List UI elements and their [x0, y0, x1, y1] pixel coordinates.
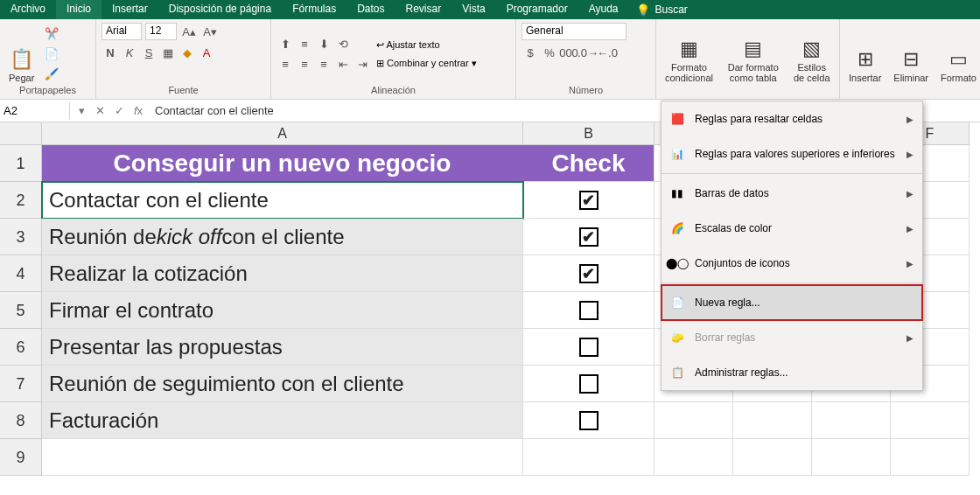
increase-font-button[interactable]: A▴: [180, 23, 198, 40]
font-color-button[interactable]: A: [198, 44, 215, 61]
tab-data[interactable]: Datos: [346, 0, 395, 19]
cell-b3[interactable]: ✔: [523, 219, 654, 255]
name-box-dropdown[interactable]: ▾: [74, 104, 90, 117]
row-header-4[interactable]: 4: [0, 255, 42, 292]
align-left-button[interactable]: ≡: [276, 55, 294, 73]
search-icon[interactable]: 💡: [636, 3, 650, 17]
increase-indent-button[interactable]: ⇥: [354, 55, 371, 73]
col-header-a[interactable]: A: [42, 122, 523, 145]
cf-icon-sets[interactable]: ⬤◯ Conjuntos de iconos ▶: [662, 246, 922, 281]
checkbox-2[interactable]: ✔: [579, 191, 598, 210]
bold-button[interactable]: N: [102, 44, 119, 61]
tab-developer[interactable]: Programador: [496, 0, 578, 19]
checkbox-3[interactable]: ✔: [579, 227, 598, 247]
row-header-7[interactable]: 7: [0, 366, 42, 402]
cell-e9[interactable]: [812, 439, 891, 476]
insert-cells-button[interactable]: ⊞ Insertar: [845, 23, 885, 85]
select-all-corner[interactable]: [0, 122, 42, 145]
cf-manage-rules[interactable]: 📋 Administrar reglas...: [662, 355, 922, 390]
wrap-text-button[interactable]: ↩ Ajustar texto: [376, 39, 477, 51]
cell-b2[interactable]: ✔: [523, 182, 654, 219]
cell-d9[interactable]: [733, 439, 812, 476]
row-header-5[interactable]: 5: [0, 292, 42, 329]
align-top-button[interactable]: ⬆: [276, 35, 294, 52]
fill-color-button[interactable]: ◆: [178, 44, 196, 61]
cancel-formula-button[interactable]: ✕: [90, 104, 109, 117]
borders-button[interactable]: ▦: [159, 44, 177, 61]
cell-b7[interactable]: [523, 366, 654, 402]
cell-a1[interactable]: Conseguir un nuevo negocio: [42, 145, 523, 182]
row-header-1[interactable]: 1: [0, 145, 42, 182]
cell-e8[interactable]: [812, 402, 891, 439]
cf-new-rule[interactable]: 📄 Nueva regla...: [662, 285, 922, 320]
row-header-2[interactable]: 2: [0, 182, 42, 219]
number-format-combo[interactable]: General: [522, 23, 626, 40]
tab-review[interactable]: Revisar: [396, 0, 452, 19]
underline-button[interactable]: S: [140, 44, 158, 61]
cell-styles-button[interactable]: ▧ Estilos de celda: [789, 23, 834, 85]
copy-button[interactable]: 📄: [43, 45, 60, 63]
italic-button[interactable]: K: [121, 44, 138, 61]
search-label[interactable]: Buscar: [655, 3, 688, 16]
tab-insert[interactable]: Insertar: [102, 0, 158, 19]
tab-home[interactable]: Inicio: [56, 0, 102, 19]
col-header-b[interactable]: B: [523, 122, 654, 145]
percent-button[interactable]: %: [541, 44, 558, 61]
cell-b8[interactable]: [523, 402, 654, 439]
tab-view[interactable]: Vista: [452, 0, 495, 19]
cell-b9[interactable]: [523, 439, 654, 476]
cf-top-bottom-rules[interactable]: 📊 Reglas para valores superiores e infer…: [662, 136, 922, 171]
name-box[interactable]: A2: [0, 102, 70, 119]
tab-help[interactable]: Ayuda: [578, 0, 629, 19]
decrease-indent-button[interactable]: ⇤: [334, 55, 352, 73]
cell-a5[interactable]: Firmar el contrato: [42, 292, 523, 329]
font-name-combo[interactable]: Arial: [102, 23, 142, 40]
cell-a3[interactable]: Reunión de kick off con el cliente: [42, 219, 523, 255]
insert-function-button[interactable]: fx: [129, 104, 148, 117]
tab-formulas[interactable]: Fórmulas: [282, 0, 346, 19]
row-header-8[interactable]: 8: [0, 402, 42, 439]
cell-b6[interactable]: [523, 329, 654, 366]
enter-formula-button[interactable]: ✓: [109, 104, 129, 117]
paste-button[interactable]: 📋 Pegar: [5, 23, 38, 85]
format-painter-button[interactable]: 🖌️: [43, 66, 60, 83]
align-middle-button[interactable]: ≡: [296, 35, 313, 52]
format-cells-button[interactable]: ▭ Formato: [937, 23, 980, 85]
row-header-6[interactable]: 6: [0, 329, 42, 366]
cell-b5[interactable]: [523, 292, 654, 329]
decrease-decimal-button[interactable]: ←.0: [598, 44, 616, 61]
align-center-button[interactable]: ≡: [296, 55, 313, 73]
cell-b4[interactable]: ✔: [523, 255, 654, 292]
tab-file[interactable]: Archivo: [0, 0, 56, 19]
conditional-formatting-button[interactable]: ▦ Formato condicional: [662, 23, 717, 85]
font-size-combo[interactable]: 12: [145, 23, 177, 40]
comma-button[interactable]: 000: [560, 44, 578, 61]
cell-c8[interactable]: [654, 402, 733, 439]
checkbox-6[interactable]: [579, 338, 598, 357]
cell-a8[interactable]: Facturación: [42, 402, 523, 439]
cell-a9[interactable]: [42, 439, 523, 476]
align-bottom-button[interactable]: ⬇: [315, 35, 332, 52]
cf-color-scales[interactable]: 🌈 Escalas de color ▶: [662, 211, 922, 246]
increase-decimal-button[interactable]: .0→: [579, 44, 597, 61]
cell-a2[interactable]: Contactar con el cliente: [42, 182, 523, 219]
merge-center-button[interactable]: ⊞ Combinar y centrar ▾: [376, 58, 477, 69]
cell-a7[interactable]: Reunión de seguimiento con el cliente: [42, 366, 523, 402]
checkbox-5[interactable]: [579, 301, 598, 320]
cf-data-bars[interactable]: ▮▮ Barras de datos ▶: [662, 176, 922, 211]
tab-page-layout[interactable]: Disposición de página: [158, 0, 282, 19]
checkbox-8[interactable]: [579, 411, 598, 430]
cell-a4[interactable]: Realizar la cotización: [42, 255, 523, 292]
decrease-font-button[interactable]: A▾: [201, 23, 219, 40]
cell-f9[interactable]: [891, 439, 970, 476]
delete-cells-button[interactable]: ⊟ Eliminar: [890, 23, 932, 85]
format-as-table-button[interactable]: ▤ Dar formato como tabla: [722, 23, 784, 85]
cf-clear-rules[interactable]: 🧽 Borrar reglas ▶: [662, 320, 922, 355]
checkbox-4[interactable]: ✔: [579, 264, 598, 283]
cell-a6[interactable]: Presentar las propuestas: [42, 329, 523, 366]
cut-button[interactable]: ✂️: [43, 25, 60, 43]
orientation-button[interactable]: ⟲: [334, 35, 352, 52]
currency-button[interactable]: $: [522, 44, 539, 61]
cf-highlight-cells-rules[interactable]: 🟥 Reglas para resaltar celdas ▶: [662, 101, 922, 136]
checkbox-7[interactable]: [579, 374, 598, 394]
